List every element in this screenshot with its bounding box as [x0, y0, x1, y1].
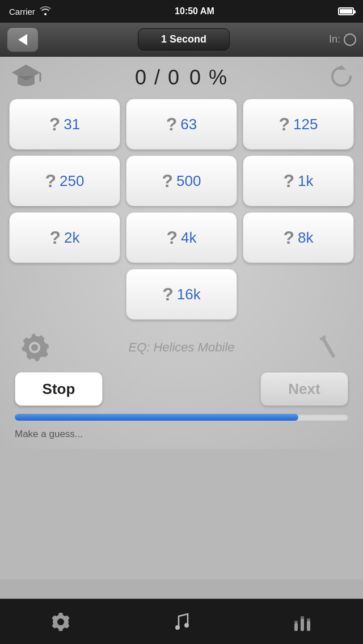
next-button[interactable]: Next [260, 372, 348, 406]
freq-label: 8k [298, 229, 313, 247]
freq-cell-16k[interactable]: ? 16k [126, 269, 237, 320]
freq-cell-8k[interactable]: ? 8k [243, 212, 354, 263]
freq-cell-1k[interactable]: ? 1k [243, 155, 354, 206]
svg-rect-5 [321, 337, 335, 358]
tab-equalizer[interactable] [292, 612, 313, 632]
svg-point-4 [31, 344, 38, 351]
question-mark-icon: ? [166, 227, 178, 248]
tab-bar [0, 599, 363, 644]
graduation-icon [9, 61, 43, 95]
freq-label: 125 [293, 116, 318, 133]
nav-circle-icon [344, 33, 356, 46]
deco-row: EQ: Helices Mobile [9, 328, 354, 367]
freq-cell-500[interactable]: ? 500 [126, 155, 237, 206]
progress-container [9, 414, 354, 421]
tab-settings[interactable] [50, 612, 71, 632]
freq-label: 1k [298, 172, 313, 190]
question-mark-icon: ? [283, 227, 294, 248]
score-percent: 0 % [189, 66, 228, 90]
screwdriver-icon [309, 328, 348, 367]
frequency-grid: ? 31 ? 63 ? 125 ? 250 ? 500 ? 1k ? 2k ? [9, 99, 354, 320]
battery-icon [338, 7, 354, 15]
svg-point-9 [184, 623, 189, 628]
question-mark-icon: ? [49, 227, 61, 248]
main-content: 0 / 0 0 % ? 31 ? 63 ? 125 ? 250 ? 500 [0, 57, 363, 449]
freq-cell-2k[interactable]: ? 2k [9, 212, 120, 263]
freq-label: 4k [181, 229, 196, 247]
question-mark-icon: ? [162, 171, 174, 192]
gray-area [0, 449, 363, 579]
question-mark-icon: ? [279, 114, 290, 135]
freq-label: 500 [176, 172, 201, 190]
freq-label: 2k [64, 229, 79, 247]
question-mark-icon: ? [49, 114, 61, 135]
refresh-icon[interactable] [329, 64, 354, 91]
progress-fill [15, 414, 298, 421]
svg-rect-11 [294, 621, 298, 623]
status-bar: Carrier 10:50 AM [0, 0, 363, 23]
svg-rect-12 [301, 618, 304, 631]
freq-cell-63[interactable]: ? 63 [126, 99, 237, 150]
freq-label: 31 [64, 116, 80, 133]
svg-rect-10 [294, 623, 298, 631]
progress-track [15, 414, 348, 421]
svg-rect-15 [307, 618, 310, 621]
eq-label: EQ: Helices Mobile [128, 340, 234, 355]
freq-cell-4k[interactable]: ? 4k [126, 212, 237, 263]
nav-bar: 1 Second In: [0, 23, 363, 57]
freq-cell-250[interactable]: ? 250 [9, 155, 120, 206]
in-label: In: [329, 33, 340, 45]
question-mark-icon: ? [283, 171, 294, 192]
tab-music[interactable] [171, 612, 192, 632]
svg-rect-14 [307, 621, 310, 631]
svg-rect-13 [301, 616, 304, 618]
svg-point-8 [175, 625, 180, 630]
nav-right: In: [329, 33, 356, 46]
freq-label: 63 [180, 116, 197, 133]
back-arrow-icon [18, 34, 27, 45]
question-mark-icon: ? [45, 171, 57, 192]
action-row: Stop Next [9, 372, 354, 406]
score-display: 0 / 0 [135, 66, 180, 90]
back-button[interactable] [7, 27, 39, 52]
freq-label: 16k [177, 286, 201, 303]
status-right [338, 7, 354, 15]
question-mark-icon: ? [166, 114, 178, 135]
freq-cell-31[interactable]: ? 31 [9, 99, 120, 150]
stop-button[interactable]: Stop [15, 372, 103, 406]
freq-cell-125[interactable]: ? 125 [243, 99, 354, 150]
wifi-icon [40, 6, 51, 17]
gear-deco-icon [20, 333, 49, 362]
status-left: Carrier [9, 6, 51, 17]
carrier-label: Carrier [9, 7, 35, 16]
svg-point-7 [57, 618, 64, 625]
freq-label: 250 [60, 172, 84, 190]
score-row: 0 / 0 0 % [9, 66, 354, 90]
nav-title: 1 Second [138, 28, 230, 50]
question-mark-icon: ? [162, 284, 174, 305]
status-time: 10:50 AM [175, 6, 214, 16]
guess-label: Make a guess... [9, 425, 354, 440]
